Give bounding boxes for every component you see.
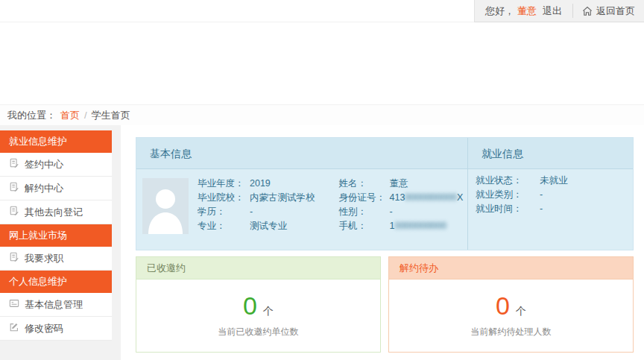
received-invitations-caption: 当前已收邀约单位数 — [218, 326, 299, 338]
document-icon — [9, 158, 19, 171]
basic-info-section: 基本信息 毕业年度：2019 毕业院校：内蒙古测试学校 学历：- 专业：测试专业… — [136, 138, 468, 250]
field-major: 专业：测试专业 — [198, 219, 315, 233]
field-employment-type: 就业类别：- — [476, 188, 633, 202]
cancellation-todo-title: 解约待办 — [389, 257, 633, 280]
cancellation-todo-count: 0 — [496, 293, 510, 318]
edit-icon — [9, 322, 19, 335]
sidebar-item-other-destination[interactable]: 其他去向登记 — [0, 200, 112, 224]
id-card-icon — [9, 298, 19, 311]
field-id-number: 身份证号：4130000000000X — [339, 191, 464, 205]
topbar-user-area: 您好，董意退出 返回首页 — [474, 0, 644, 22]
masked-id-digits: 0000000000 — [405, 192, 457, 203]
employment-info-section: 就业信息 就业状态：未就业 就业类别：- 就业时间：- — [468, 138, 633, 250]
sidebar-item-label: 签约中心 — [25, 158, 63, 171]
field-value: - — [250, 205, 253, 219]
content-area: 就业信息维护 签约中心 解约中心 其他去向登记 网上就业市场 我要求职 个人信息… — [0, 125, 644, 360]
cancellation-todo-caption: 当前解约待处理人数 — [471, 326, 552, 338]
sidebar-item-label: 基本信息管理 — [25, 298, 83, 312]
masked-phone-digits: 0000000000 — [394, 221, 446, 231]
breadcrumb-home-link[interactable]: 首页 — [60, 109, 80, 122]
count-unit: 个 — [516, 305, 526, 318]
field-employment-time: 就业时间：- — [476, 202, 633, 216]
sidebar-item-job-seeking[interactable]: 我要求职 — [0, 247, 112, 271]
sidebar-section-employment-info[interactable]: 就业信息维护 — [0, 130, 112, 153]
field-value: 未就业 — [540, 174, 568, 188]
sidebar-item-label: 我要求职 — [25, 252, 63, 265]
topbar: 您好，董意退出 返回首页 — [0, 0, 644, 22]
employment-info-title: 就业信息 — [468, 138, 633, 169]
sidebar-item-signing-center[interactable]: 签约中心 — [0, 153, 112, 177]
stat-cards-row: 已收邀约 0 个 当前已收邀约单位数 解约待办 0 个 当前解约待处理人数 — [136, 256, 634, 353]
received-invitations-card: 已收邀约 0 个 当前已收邀约单位数 — [136, 256, 381, 353]
cancellation-todo-card: 解约待办 0 个 当前解约待处理人数 — [388, 256, 634, 353]
field-value: 测试专业 — [250, 219, 287, 233]
basic-info-title: 基本信息 — [136, 138, 467, 169]
sidebar-item-cancel-center[interactable]: 解约中心 — [0, 177, 112, 200]
field-value: 董意 — [390, 177, 408, 191]
received-invitations-count: 0 — [243, 293, 257, 318]
field-value: - — [540, 202, 543, 216]
basic-info-column-2: 姓名：董意 身份证号：4130000000000X 性别：- 手机：100000… — [339, 177, 464, 250]
sidebar-item-label: 修改密码 — [25, 322, 63, 335]
sidebar-item-basic-info-manage[interactable]: 基本信息管理 — [0, 293, 112, 317]
breadcrumb: 我的位置： 首页 / 学生首页 — [0, 104, 644, 125]
main-panel: 基本信息 毕业年度：2019 毕业院校：内蒙古测试学校 学历：- 专业：测试专业… — [121, 125, 644, 360]
field-value: - — [540, 188, 543, 202]
student-info-panel: 基本信息 毕业年度：2019 毕业院校：内蒙古测试学校 学历：- 专业：测试专业… — [136, 137, 634, 250]
sidebar-section-personal-info[interactable]: 个人信息维护 — [0, 271, 112, 293]
sidebar: 就业信息维护 签约中心 解约中心 其他去向登记 网上就业市场 我要求职 个人信息… — [0, 130, 112, 341]
header-empty-area — [0, 22, 644, 104]
field-gender: 性别：- — [339, 205, 464, 219]
document-icon — [9, 182, 19, 195]
field-value: 内蒙古测试学校 — [250, 191, 315, 205]
return-home-label: 返回首页 — [596, 4, 635, 18]
basic-info-column-1: 毕业年度：2019 毕业院校：内蒙古测试学校 学历：- 专业：测试专业 — [198, 177, 315, 250]
sidebar-item-label: 解约中心 — [25, 182, 63, 195]
sidebar-item-label: 其他去向登记 — [25, 206, 83, 219]
field-value: 10000000000 — [390, 219, 446, 233]
field-grad-school: 毕业院校：内蒙古测试学校 — [198, 191, 315, 205]
avatar — [142, 178, 189, 234]
sidebar-section-online-market[interactable]: 网上就业市场 — [0, 224, 112, 247]
greeting-text: 您好， — [485, 4, 514, 18]
sidebar-item-change-password[interactable]: 修改密码 — [0, 317, 112, 341]
logout-button[interactable]: 退出 — [543, 4, 562, 18]
return-home-button[interactable]: 返回首页 — [573, 0, 644, 22]
username-link[interactable]: 董意 — [517, 4, 537, 18]
breadcrumb-label: 我的位置： — [7, 109, 56, 122]
document-icon — [9, 206, 19, 218]
field-value: 4130000000000X — [390, 191, 464, 205]
field-value: 2019 — [250, 177, 271, 191]
received-invitations-title: 已收邀约 — [136, 257, 380, 280]
breadcrumb-separator: / — [84, 110, 87, 121]
field-employment-status: 就业状态：未就业 — [476, 174, 633, 188]
field-grad-year: 毕业年度：2019 — [198, 177, 315, 191]
count-unit: 个 — [263, 305, 274, 318]
field-value: - — [390, 205, 393, 219]
home-icon — [582, 6, 593, 16]
field-name: 姓名：董意 — [339, 177, 464, 191]
field-education: 学历：- — [198, 205, 315, 219]
breadcrumb-current-page: 学生首页 — [92, 109, 130, 122]
document-icon — [9, 252, 19, 265]
field-phone: 手机：10000000000 — [339, 219, 464, 233]
